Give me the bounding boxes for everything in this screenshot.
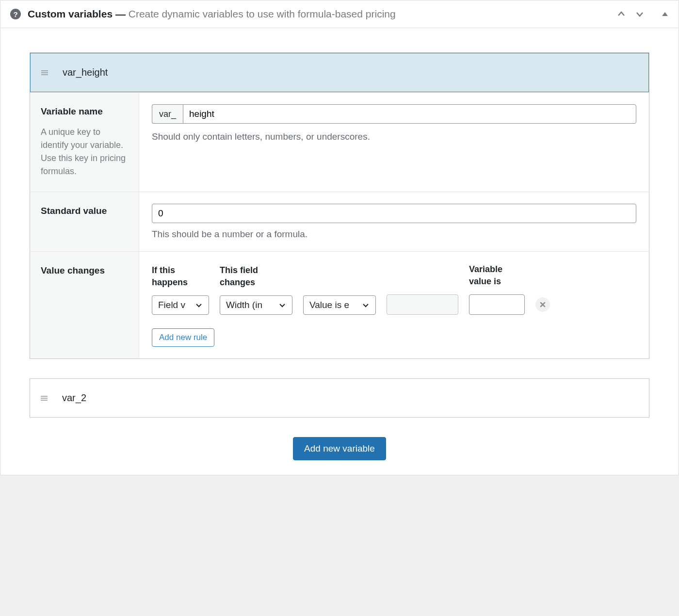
panel-header: ? Custom variables — Create dynamic vari… — [0, 0, 679, 28]
setting-row-standard-value: Standard value This should be a number o… — [30, 192, 649, 251]
chevron-down-icon — [362, 301, 370, 309]
condition-select[interactable]: Field v — [152, 295, 209, 315]
setting-row-name: Variable name A unique key to identify y… — [30, 92, 649, 192]
variable-settings: Variable name A unique key to identify y… — [30, 92, 649, 358]
drag-handle-icon[interactable] — [41, 395, 48, 402]
remove-rule-button[interactable] — [535, 297, 550, 312]
title-text: Custom variables — [28, 8, 113, 19]
name-help: Should only contain letters, numbers, or… — [152, 131, 636, 142]
field-select[interactable]: Width (in — [220, 295, 292, 315]
col-title-condition: If this happens — [152, 264, 209, 289]
rule-col-operator: Value is e — [303, 264, 376, 315]
col-title-result: Variable value is — [469, 263, 525, 288]
variable-display-name: var_2 — [62, 392, 86, 404]
chevron-down-icon — [195, 301, 203, 309]
variable-block: var_height Variable name A unique key to… — [30, 52, 649, 359]
panel-body: var_height Variable name A unique key to… — [0, 28, 679, 475]
chevron-down-icon — [278, 301, 286, 309]
operator-select[interactable]: Value is e — [303, 295, 376, 315]
stdval-help: This should be a number or a formula. — [152, 229, 636, 240]
subtitle-text: Create dynamic variables to use with for… — [129, 8, 396, 19]
custom-variables-panel: ? Custom variables — Create dynamic vari… — [0, 0, 679, 475]
rule-col-condition: If this happens Field v — [152, 264, 209, 315]
name-control: var_ Should only contain letters, number… — [139, 93, 649, 192]
variable-header[interactable]: var_2 — [30, 379, 649, 417]
name-label: Variable name — [41, 106, 128, 117]
drag-handle-icon[interactable] — [41, 69, 48, 76]
variable-header[interactable]: var_height — [30, 53, 649, 92]
variable-block: var_2 — [30, 378, 649, 418]
valchg-label-cell: Value changes — [30, 252, 139, 358]
collapse-icon[interactable] — [661, 10, 669, 18]
title-sep: — — [113, 8, 129, 19]
col-title-field: This field changes — [220, 264, 292, 289]
variable-name-input[interactable] — [183, 104, 636, 124]
valchg-label: Value changes — [41, 265, 128, 276]
name-desc: A unique key to identify your variable. … — [41, 126, 128, 178]
stdval-label: Standard value — [41, 206, 128, 216]
condition-value: Field v — [158, 300, 185, 310]
stdval-control: This should be a number or a formula. — [139, 192, 649, 251]
rule-row: If this happens Field v This field chang… — [152, 263, 636, 315]
name-label-cell: Variable name A unique key to identify y… — [30, 93, 139, 192]
col-title-blank — [303, 264, 376, 289]
setting-row-value-changes: Value changes If this happens Field v — [30, 251, 649, 358]
rule-col-comparison: xx — [387, 263, 458, 315]
comparison-input[interactable] — [387, 294, 458, 315]
panel-controls — [614, 7, 669, 21]
move-up-icon[interactable] — [614, 7, 628, 21]
add-variable-button[interactable]: Add new variable — [293, 437, 386, 460]
help-icon[interactable]: ? — [10, 9, 21, 19]
operator-value: Value is e — [309, 300, 349, 310]
move-down-icon[interactable] — [633, 7, 647, 21]
field-value: Width (in — [226, 300, 262, 310]
add-rule-button[interactable]: Add new rule — [152, 328, 214, 347]
rule-col-field: This field changes Width (in — [220, 264, 292, 315]
standard-value-input[interactable] — [152, 204, 636, 223]
rule-col-result: Variable value is — [469, 263, 525, 315]
result-input[interactable] — [469, 294, 525, 315]
valchg-control: If this happens Field v This field chang… — [139, 252, 649, 358]
close-icon — [539, 301, 546, 308]
var-prefix: var_ — [152, 104, 183, 124]
stdval-label-cell: Standard value — [30, 192, 139, 251]
variable-display-name: var_height — [63, 67, 108, 78]
panel-title: Custom variables — Create dynamic variab… — [28, 8, 614, 20]
name-input-group: var_ — [152, 104, 636, 124]
